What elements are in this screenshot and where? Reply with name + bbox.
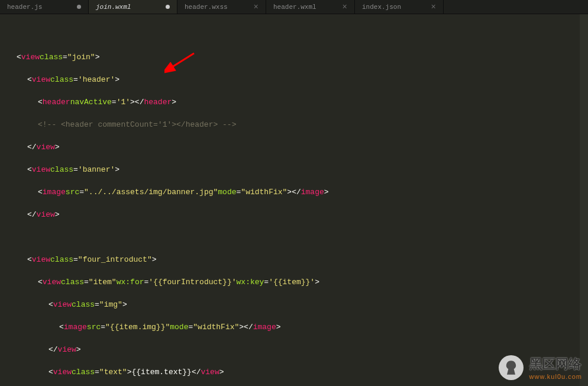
watermark-url: www.kul0u.com — [529, 373, 582, 380]
tab-label: header.js — [7, 4, 42, 11]
watermark: 黑区网络 www.kul0u.com — [499, 355, 582, 380]
tab-index-json[interactable]: index.json × — [355, 0, 444, 14]
tab-header-wxml[interactable]: header.wxml × — [266, 0, 355, 14]
close-icon[interactable]: × — [343, 2, 347, 12]
watermark-logo-icon — [499, 355, 524, 380]
dirty-indicator-icon — [166, 5, 170, 9]
tab-label: header.wxml — [273, 4, 316, 11]
tab-join-wxml[interactable]: join.wxml — [89, 0, 177, 14]
code-content[interactable]: <view class="join"> <view class='header'… — [14, 14, 329, 386]
tab-label: index.json — [362, 4, 401, 11]
tab-label: header.wxss — [185, 4, 228, 11]
tab-header-wxss[interactable]: header.wxss × — [177, 0, 266, 14]
tab-label: join.wxml — [96, 4, 131, 11]
tab-header-js[interactable]: header.js — [0, 0, 89, 14]
minimap-scrollbar[interactable] — [580, 14, 588, 386]
code-editor[interactable]: <view class="join"> <view class='header'… — [0, 14, 588, 386]
close-icon[interactable]: × — [254, 2, 259, 12]
watermark-text: 黑区网络 — [529, 355, 582, 373]
tab-bar: header.js join.wxml header.wxss × header… — [0, 0, 588, 14]
close-icon[interactable]: × — [431, 2, 436, 12]
editor-gutter — [0, 14, 14, 386]
dirty-indicator-icon — [77, 5, 81, 9]
